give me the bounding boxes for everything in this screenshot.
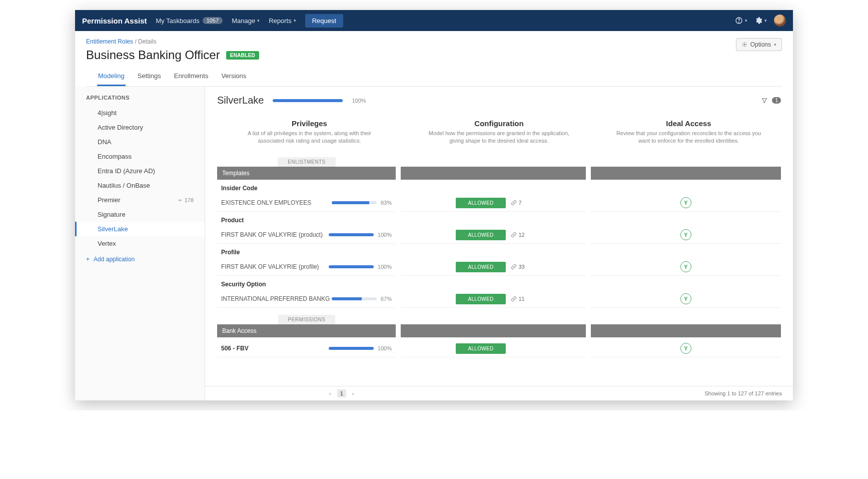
- breadcrumb: Entitlement Roles / Details: [86, 38, 782, 45]
- group-heading: Profile: [217, 244, 781, 259]
- ideal-yes-badge: Y: [680, 261, 691, 272]
- column-configuration: Configuration Model how the permissions …: [407, 119, 591, 145]
- options-button[interactable]: Options ▾: [736, 38, 782, 51]
- row-progress-bar: [332, 297, 377, 300]
- row-progress-bar: [329, 265, 374, 268]
- sidebar-item-signature[interactable]: Signature: [75, 207, 205, 222]
- breadcrumb-root-link[interactable]: Entitlement Roles: [86, 38, 133, 45]
- sidebar-item-4sight[interactable]: 4|sight: [75, 106, 205, 120]
- app-header: Permission Assist My Taskboards 1057 Man…: [75, 10, 793, 31]
- overall-progress-label: 100%: [352, 98, 366, 104]
- filter-icon[interactable]: [761, 97, 768, 104]
- link-count[interactable]: 33: [511, 264, 531, 270]
- status-badge: ENABLED: [226, 51, 259, 60]
- group-bar-templates: Templates: [217, 167, 781, 180]
- group-heading: Security Option: [217, 276, 781, 291]
- status-allowed-badge[interactable]: ALLOWED: [456, 198, 505, 208]
- results-summary: Showing 1 to 127 of 127 entries: [704, 390, 782, 396]
- avatar[interactable]: [774, 15, 786, 27]
- link-count[interactable]: 11: [511, 296, 531, 302]
- table-row[interactable]: FIRST BANK OF VALKYRIE (profile) 100% AL…: [217, 259, 781, 276]
- nav-request-button[interactable]: Request: [305, 14, 343, 28]
- table-row[interactable]: EXISTENCE ONLY EMPLOYEES 83% ALLOWED 7 Y: [217, 195, 781, 212]
- table-row[interactable]: 506 - FBV 100% ALLOWED Y: [217, 340, 781, 357]
- ideal-yes-badge: Y: [680, 343, 691, 354]
- pager-next-icon[interactable]: ›: [349, 389, 357, 397]
- privilege-name: EXISTENCE ONLY EMPLOYEES: [221, 199, 311, 206]
- link-icon: [511, 296, 517, 302]
- privilege-name: INTERNATIONAL PREFERRED BANKG: [221, 295, 330, 302]
- nav-taskboards[interactable]: My Taskboards 1057: [156, 17, 223, 25]
- gear-icon: [741, 42, 747, 48]
- pager: ‹ 1 ›: [326, 389, 357, 397]
- table-row[interactable]: FIRST BANK OF VALKYRIE (product) 100% AL…: [217, 227, 781, 244]
- table-row[interactable]: INTERNATIONAL PREFERRED BANKG 67% ALLOWE…: [217, 291, 781, 308]
- row-progress-bar: [332, 201, 377, 204]
- help-icon[interactable]: ▾: [735, 17, 747, 25]
- brand: Permission Assist: [82, 17, 147, 25]
- privilege-name: 506 - FBV: [221, 345, 249, 352]
- chevron-down-icon: ▾: [294, 18, 296, 23]
- link-count[interactable]: 12: [511, 232, 531, 238]
- nav-reports[interactable]: Reports▾: [269, 17, 296, 25]
- section-tab-enlistments: ENLISTMENTS: [217, 157, 396, 167]
- application-list: 4|sight Active Directory DNA Encompass E…: [75, 106, 205, 251]
- chevron-down-icon: ▾: [257, 18, 260, 23]
- overall-progress-bar: [273, 99, 343, 102]
- sidebar-heading: APPLICATIONS: [75, 95, 205, 106]
- link-count[interactable]: 7: [511, 200, 531, 206]
- sidebar-item-active-directory[interactable]: Active Directory: [75, 120, 205, 135]
- sidebar-item-nautilus[interactable]: Nautilus / OnBase: [75, 178, 205, 193]
- privilege-name: FIRST BANK OF VALKYRIE (product): [221, 231, 323, 238]
- nav-manage[interactable]: Manage▾: [232, 17, 260, 25]
- tab-versions[interactable]: Versions: [220, 67, 247, 86]
- column-ideal-access: Ideal Access Review that your configurat…: [596, 119, 781, 145]
- row-progress-bar: [329, 347, 374, 350]
- link-icon: [511, 200, 517, 206]
- sidebar-item-entra-id[interactable]: Entra ID (Azure AD): [75, 164, 205, 178]
- tab-settings[interactable]: Settings: [137, 67, 162, 86]
- ideal-yes-badge: Y: [680, 197, 691, 208]
- link-icon: [511, 232, 517, 238]
- filter-count-badge: 1: [772, 97, 781, 104]
- ideal-yes-badge: Y: [680, 293, 691, 304]
- plus-icon: +: [86, 256, 90, 263]
- main-content: SilverLake 100% 1 Privileges A list of a…: [205, 87, 793, 400]
- link-icon: [511, 264, 517, 270]
- status-allowed-badge[interactable]: ALLOWED: [456, 294, 505, 304]
- row-progress-bar: [329, 233, 374, 236]
- sidebar: APPLICATIONS 4|sight Active Directory DN…: [75, 87, 205, 400]
- data-area[interactable]: ENLISTMENTS Templates Insider Code EXIST…: [205, 157, 793, 386]
- add-application-button[interactable]: + Add application: [75, 251, 205, 268]
- ideal-yes-badge: Y: [680, 229, 691, 240]
- status-allowed-badge[interactable]: ALLOWED: [456, 343, 505, 354]
- sidebar-item-dna[interactable]: DNA: [75, 135, 205, 149]
- section-tab-permissions: PERMISSIONS: [217, 315, 396, 324]
- sidebar-item-vertex[interactable]: Vertex: [75, 236, 205, 251]
- chevron-down-icon: ▾: [745, 18, 747, 23]
- sidebar-item-silverlake[interactable]: SilverLake: [75, 222, 205, 236]
- page-header: Entitlement Roles / Details Business Ban…: [75, 31, 793, 87]
- status-allowed-badge[interactable]: ALLOWED: [456, 262, 505, 272]
- pager-current-page[interactable]: 1: [337, 389, 346, 397]
- premier-meta: 178: [178, 197, 194, 203]
- footer: ‹ 1 › Showing 1 to 127 of 127 entries: [205, 386, 793, 400]
- group-bar-bank-access: Bank Access: [217, 324, 781, 337]
- pager-prev-icon[interactable]: ‹: [326, 389, 334, 397]
- svg-point-2: [743, 44, 745, 46]
- tab-modeling[interactable]: Modeling: [97, 67, 126, 86]
- page-title: Business Banking Officer: [86, 48, 220, 62]
- svg-point-3: [179, 199, 181, 201]
- sidebar-item-premier[interactable]: Premier 178: [75, 193, 205, 207]
- status-allowed-badge[interactable]: ALLOWED: [456, 230, 505, 240]
- commit-icon: [178, 198, 183, 203]
- sidebar-item-encompass[interactable]: Encompass: [75, 149, 205, 164]
- group-heading: Insider Code: [217, 180, 781, 195]
- chevron-down-icon: ▾: [764, 18, 767, 23]
- main-title: SilverLake: [217, 95, 264, 106]
- gear-icon[interactable]: ▾: [754, 17, 767, 25]
- group-heading: Product: [217, 212, 781, 227]
- chevron-down-icon: ▾: [774, 42, 776, 47]
- tab-enrollments[interactable]: Enrollments: [173, 67, 210, 86]
- tabs: Modeling Settings Enrollments Versions: [86, 67, 782, 87]
